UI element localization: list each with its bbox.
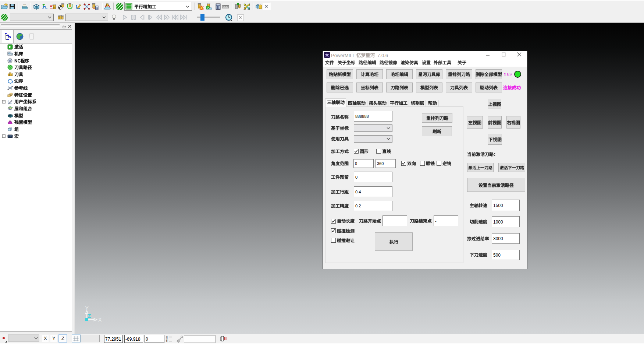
svg-text:Y: Y xyxy=(85,306,89,311)
svg-text:X: X xyxy=(98,317,102,323)
svg-text:Z: Z xyxy=(88,313,91,319)
